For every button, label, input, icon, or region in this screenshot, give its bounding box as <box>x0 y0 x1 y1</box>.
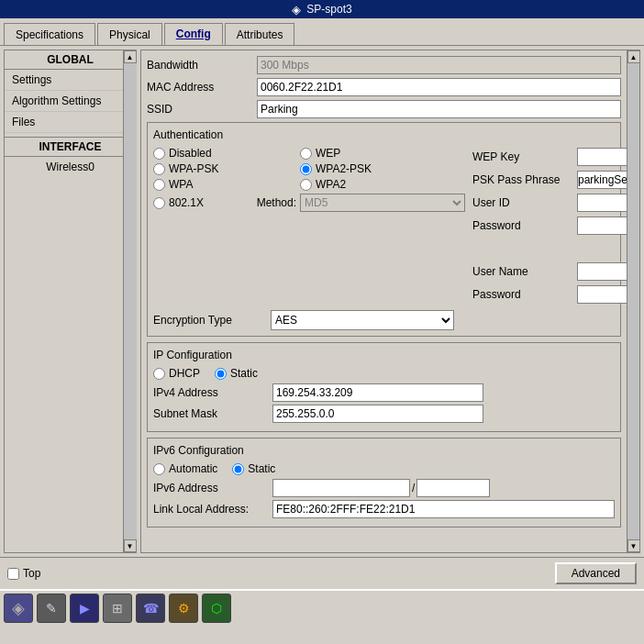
tab-attributes[interactable]: Attributes <box>225 23 295 45</box>
taskbar-icon-7[interactable]: ⬡ <box>202 594 231 623</box>
subnet-input[interactable] <box>272 405 483 423</box>
auth-disabled-radio[interactable] <box>153 148 165 160</box>
taskbar-icon-4[interactable]: ⊞ <box>103 594 132 623</box>
auth-wpapsk-label[interactable]: WPA-PSK <box>153 162 300 175</box>
taskbar-icon-3[interactable]: ▶ <box>70 594 99 623</box>
ipv4-label: IPv4 Address <box>153 386 272 399</box>
ipv6-slash: / <box>410 482 416 494</box>
bandwidth-row: Bandwidth <box>147 56 621 74</box>
sidebar-item-wireless0[interactable]: Wireless0 <box>5 157 136 177</box>
ip-config-section: IP Configuration DHCP Static IPv4 Addres… <box>147 342 621 432</box>
main-scroll-up[interactable]: ▲ <box>627 50 640 63</box>
taskbar: ◈ ✎ ▶ ⊞ ☎ ⚙ ⬡ <box>0 589 644 626</box>
tab-physical[interactable]: Physical <box>97 23 162 45</box>
auth-disabled-label[interactable]: Disabled <box>153 147 300 160</box>
auth-wpa2-label[interactable]: WPA2 <box>300 178 447 191</box>
auth-8021x-label[interactable]: 802.1X <box>153 196 257 209</box>
ssid-label: SSID <box>147 103 257 116</box>
content-area: GLOBAL Settings Algorithm Settings Files… <box>0 46 644 557</box>
top-checkbox[interactable] <box>7 568 19 580</box>
ipv6-prefix-input[interactable] <box>416 479 490 497</box>
ipv4-row: IPv4 Address <box>153 383 615 402</box>
taskbar-icon-2[interactable]: ✎ <box>37 594 66 623</box>
ipv6-address-row: IPv6 Address / <box>153 479 615 497</box>
auth-wpa2-radio[interactable] <box>300 179 312 191</box>
enc-type-select[interactable]: AES <box>271 310 454 330</box>
tab-specifications[interactable]: Specifications <box>4 23 95 45</box>
ipv6-config-section: IPv6 Configuration Automatic Static IPv6… <box>147 438 621 527</box>
dhcp-radio[interactable] <box>153 368 165 380</box>
psk-passphrase-label: PSK Pass Phrase <box>472 173 573 186</box>
taskbar-icon-5[interactable]: ☎ <box>136 594 165 623</box>
authentication-section: Authentication Disabled <box>147 122 621 337</box>
interface-label: INTERFACE <box>5 137 136 157</box>
ipv6-address-input[interactable] <box>272 479 410 497</box>
bottom-bar: Top Advanced <box>0 557 644 589</box>
password2-label: Password <box>472 288 573 301</box>
link-local-input[interactable] <box>272 500 615 518</box>
bandwidth-label: Bandwidth <box>147 59 257 72</box>
static-radio[interactable] <box>215 368 227 380</box>
auth-wep-label[interactable]: WEP <box>300 147 447 160</box>
ipv6-config-title: IPv6 Configuration <box>153 444 615 457</box>
auth-title: Authentication <box>153 128 615 141</box>
main-scroll-track[interactable] <box>627 63 640 539</box>
window-title: SP-spot3 <box>306 3 351 16</box>
method-label: Method: <box>257 196 296 209</box>
sidebar-item-settings[interactable]: Settings <box>5 70 136 91</box>
user-id-label: User ID <box>472 196 573 209</box>
sidebar: GLOBAL Settings Algorithm Settings Files… <box>4 50 137 553</box>
ipv6-static-label[interactable]: Static <box>232 462 275 475</box>
main-panel: Bandwidth MAC Address SSID Authenticatio… <box>140 50 640 553</box>
password-label: Password <box>472 219 573 232</box>
dhcp-label[interactable]: DHCP <box>153 367 200 380</box>
ipv6-automatic-label[interactable]: Automatic <box>153 462 217 475</box>
sidebar-scrollbar[interactable]: ▲ ▼ <box>123 50 136 552</box>
ipv4-input[interactable] <box>272 383 483 402</box>
mac-address-label: MAC Address <box>147 81 257 94</box>
sidebar-scroll-track[interactable] <box>124 63 137 539</box>
top-checkbox-label[interactable]: Top <box>7 567 40 580</box>
global-label: GLOBAL <box>5 50 136 70</box>
subnet-row: Subnet Mask <box>153 405 615 423</box>
sidebar-scroll-up[interactable]: ▲ <box>124 50 137 63</box>
wep-key-label: WEP Key <box>472 150 573 163</box>
ipv6-address-label: IPv6 Address <box>153 482 272 494</box>
mac-address-input[interactable] <box>257 78 621 96</box>
link-local-label: Link Local Address: <box>153 503 272 516</box>
main-scrollbar[interactable]: ▲ ▼ <box>627 50 639 552</box>
advanced-button[interactable]: Advanced <box>555 562 637 584</box>
title-bar: ◈ SP-spot3 <box>0 0 644 18</box>
taskbar-icon-1[interactable]: ◈ <box>4 594 33 623</box>
username-label: User Name <box>472 265 573 278</box>
ipv6-automatic-radio[interactable] <box>153 463 165 475</box>
auth-wpa-label[interactable]: WPA <box>153 178 300 191</box>
main-scroll-down[interactable]: ▼ <box>627 539 640 552</box>
ip-config-title: IP Configuration <box>153 349 615 361</box>
ipv6-static-radio[interactable] <box>232 463 244 475</box>
main-content: Bandwidth MAC Address SSID Authenticatio… <box>141 50 639 552</box>
auth-wpa2psk-label[interactable]: WPA2-PSK <box>300 162 447 175</box>
sidebar-item-files[interactable]: Files <box>5 112 136 133</box>
app-icon: ◈ <box>292 3 301 17</box>
auth-wpapsk-radio[interactable] <box>153 163 165 175</box>
static-label[interactable]: Static <box>215 367 258 380</box>
tab-bar: Specifications Physical Config Attribute… <box>0 18 644 46</box>
mac-address-row: MAC Address <box>147 78 621 96</box>
method-select[interactable]: MD5 <box>300 194 465 212</box>
ssid-input[interactable] <box>257 100 621 118</box>
auth-wpa2psk-radio[interactable] <box>300 163 312 175</box>
subnet-label: Subnet Mask <box>153 407 272 420</box>
auth-wpa-radio[interactable] <box>153 179 165 191</box>
tab-config[interactable]: Config <box>164 23 223 45</box>
ssid-row: SSID <box>147 100 621 118</box>
sidebar-item-algorithm[interactable]: Algorithm Settings <box>5 91 136 112</box>
enc-type-label: Encryption Type <box>153 314 263 327</box>
taskbar-icon-6[interactable]: ⚙ <box>169 594 198 623</box>
bandwidth-input[interactable] <box>257 56 621 74</box>
sidebar-scroll-down[interactable]: ▼ <box>124 539 137 552</box>
link-local-row: Link Local Address: <box>153 500 615 518</box>
auth-8021x-radio[interactable] <box>153 197 165 209</box>
auth-wep-radio[interactable] <box>300 148 312 160</box>
